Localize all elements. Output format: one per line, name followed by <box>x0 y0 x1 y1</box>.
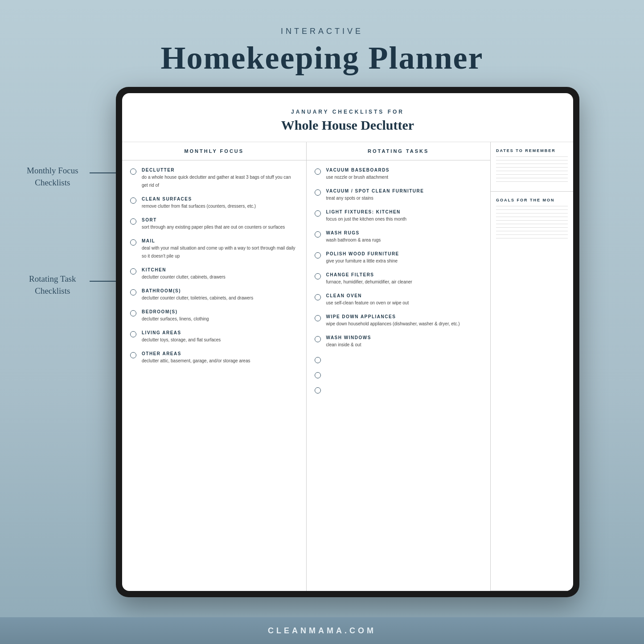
monthly-focus-item[interactable]: DECLUTTER do a whole house quick declutt… <box>130 168 298 189</box>
check-circle[interactable] <box>130 197 136 204</box>
rotating-task-item[interactable]: LIGHT FIXTURES: KITCHEN focus on just th… <box>315 209 483 222</box>
goals-line <box>496 217 568 217</box>
check-circle[interactable] <box>315 294 321 300</box>
monthly-focus-col: DECLUTTER do a whole house quick declutt… <box>122 160 307 591</box>
check-circle[interactable] <box>130 310 136 316</box>
monthly-focus-item[interactable]: CLEAN SURFACES remove clutter from flat … <box>130 197 298 209</box>
goals-line <box>496 206 568 206</box>
monthly-focus-item[interactable]: LIVING AREAS declutter toys, storage, an… <box>130 330 298 343</box>
check-circle[interactable] <box>130 268 136 275</box>
check-circle[interactable] <box>315 336 321 342</box>
dates-line <box>496 167 568 168</box>
check-circle[interactable] <box>315 210 321 217</box>
columns-body: DECLUTTER do a whole house quick declutt… <box>122 160 490 591</box>
rotating-task-item[interactable]: POLISH WOOD FURNITURE give your furnitur… <box>315 251 483 264</box>
check-circle[interactable] <box>315 387 321 394</box>
columns-header: MONTHLY FOCUS ROTATING TASKS <box>122 142 490 160</box>
check-circle[interactable] <box>315 372 321 378</box>
rotating-task-item[interactable]: VACUUM BASEBOARDS use nozzle or brush at… <box>315 168 483 180</box>
empty-circle-item[interactable] <box>315 356 483 363</box>
month-label: JANUARY CHECKLISTS FOR <box>131 109 564 115</box>
rotating-task-item[interactable]: CLEAN OVEN use self-clean feature on ove… <box>315 293 483 306</box>
check-circle[interactable] <box>315 357 321 363</box>
tablet-screen: JANUARY CHECKLISTS FOR Whole House Declu… <box>122 93 573 591</box>
rotating-task-label: Rotating Task Checklists <box>27 273 78 297</box>
dates-line <box>496 181 568 182</box>
dates-line <box>496 174 568 175</box>
page-title: Whole House Declutter <box>131 118 564 133</box>
rotating-task-item[interactable]: WASH WINDOWS clean inside & out <box>315 335 483 348</box>
dates-title: DATES TO REMEMBER <box>496 148 568 153</box>
empty-circle-item[interactable] <box>315 371 483 378</box>
side-labels: Monthly Focus Checklists Rotating Task C… <box>27 165 78 297</box>
right-sidebar: DATES TO REMEMBER GOALS FOR THE MON <box>491 142 573 591</box>
dates-line <box>496 171 568 171</box>
header-subtitle: INTERACTIVE <box>0 27 644 36</box>
dates-line <box>496 160 568 160</box>
goals-line <box>496 227 568 228</box>
monthly-focus-item[interactable]: SORT sort through any existing paper pil… <box>130 217 298 230</box>
dates-line <box>496 178 568 178</box>
rotating-task-item[interactable]: CHANGE FILTERS furnace, humidifier, dehu… <box>315 272 483 285</box>
main-checklist: MONTHLY FOCUS ROTATING TASKS DECLUTTER d… <box>122 142 491 591</box>
page-header: INTERACTIVE Homekeeping Planner <box>0 0 644 90</box>
check-circle[interactable] <box>315 189 321 196</box>
check-circle[interactable] <box>130 352 136 358</box>
check-circle[interactable] <box>315 273 321 279</box>
screen-body: MONTHLY FOCUS ROTATING TASKS DECLUTTER d… <box>122 142 573 591</box>
monthly-focus-item[interactable]: MAIL deal with your mail situation and c… <box>130 238 298 259</box>
monthly-focus-item[interactable]: BEDROOM(S) declutter surfaces, linens, c… <box>130 309 298 322</box>
col2-header: ROTATING TASKS <box>307 142 491 160</box>
monthly-focus-item[interactable]: OTHER AREAS declutter attic, basement, g… <box>130 351 298 364</box>
check-circle[interactable] <box>130 289 136 295</box>
check-circle[interactable] <box>315 231 321 238</box>
check-circle[interactable] <box>315 315 321 321</box>
check-circle[interactable] <box>315 252 321 258</box>
empty-circle-item[interactable] <box>315 386 483 394</box>
check-circle[interactable] <box>130 168 136 175</box>
dates-line <box>496 164 568 164</box>
goals-line <box>496 220 568 221</box>
monthly-focus-label: Monthly Focus Checklists <box>27 165 78 189</box>
footer-text: CLEANMAMA.COM <box>268 626 376 636</box>
check-circle[interactable] <box>130 218 136 225</box>
tablet-device: JANUARY CHECKLISTS FOR Whole House Declu… <box>116 87 579 597</box>
rotating-tasks-col: VACUUM BASEBOARDS use nozzle or brush at… <box>307 160 491 591</box>
goals-line <box>496 234 568 235</box>
col1-header: MONTHLY FOCUS <box>122 142 307 160</box>
rotating-task-item[interactable]: WIPE DOWN APPLIANCES wipe down household… <box>315 314 483 327</box>
rotating-task-item[interactable]: WASH RUGS wash bathroom & area rugs <box>315 230 483 243</box>
goals-line <box>496 238 568 238</box>
page-footer: CLEANMAMA.COM <box>0 617 644 644</box>
goals-section: GOALS FOR THE MON <box>491 192 573 591</box>
goals-line <box>496 224 568 224</box>
check-circle[interactable] <box>130 331 136 337</box>
goals-line <box>496 213 568 213</box>
arrow-line-icon-2 <box>90 281 116 282</box>
check-circle[interactable] <box>315 168 321 175</box>
arrow-line-icon <box>90 172 116 173</box>
monthly-focus-item[interactable]: KITCHEN declutter counter clutter, cabin… <box>130 267 298 280</box>
goals-line <box>496 231 568 231</box>
rotating-task-item[interactable]: VACUUM / SPOT CLEAN FURNITURE treat any … <box>315 189 483 201</box>
goals-title: GOALS FOR THE MON <box>496 198 568 202</box>
header-title: Homekeeping Planner <box>0 40 644 77</box>
dates-line <box>496 156 568 157</box>
check-circle[interactable] <box>130 239 136 246</box>
goals-line <box>496 209 568 210</box>
screen-header: JANUARY CHECKLISTS FOR Whole House Declu… <box>122 93 573 142</box>
dates-section: DATES TO REMEMBER <box>491 142 573 192</box>
monthly-focus-item[interactable]: BATHROOM(S) declutter counter clutter, t… <box>130 288 298 301</box>
